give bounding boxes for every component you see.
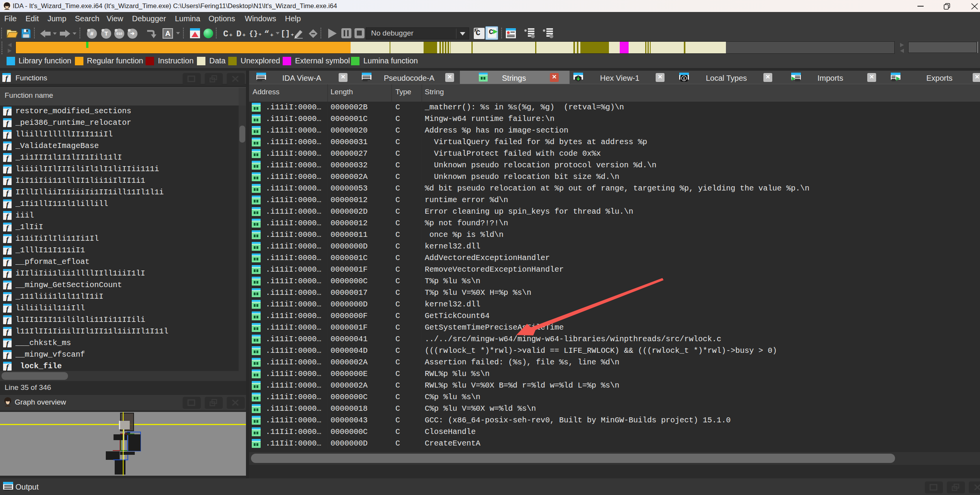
svg-text:t: t bbox=[683, 76, 685, 81]
